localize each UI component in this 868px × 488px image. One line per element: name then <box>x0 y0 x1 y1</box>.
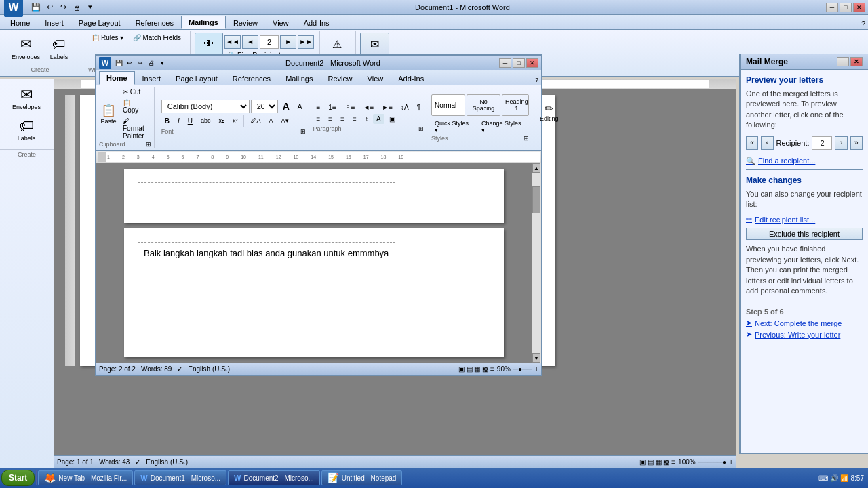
tab-page-layout[interactable]: Page Layout <box>71 16 128 29</box>
inner-win-controls[interactable]: ─ □ ✕ <box>499 58 538 68</box>
inner-tab-view[interactable]: View <box>360 71 391 85</box>
zoom-slider[interactable]: ─●── <box>513 365 532 373</box>
view-mode-btns[interactable]: ▣ ▤ ▦ ▩ ≡ <box>458 365 494 373</box>
align-left-btn[interactable]: ≡ <box>313 114 324 124</box>
shrink-font-btn[interactable]: A <box>294 102 306 112</box>
change-styles-btn[interactable]: Change Styles ▾ <box>478 119 529 135</box>
inner-doc-scroll[interactable]: Baik langkah langkah tadi bias anda guna… <box>96 163 532 363</box>
inner-redo-btn[interactable]: ↪ <box>136 58 145 68</box>
tab-mailings[interactable]: Mailings <box>181 16 226 29</box>
bold-btn[interactable]: B <box>161 116 173 126</box>
print-preview-btn[interactable]: 🖨 <box>71 1 83 14</box>
style-normal-btn[interactable]: Normal <box>431 94 465 116</box>
bullets-btn[interactable]: ≡ <box>313 102 324 113</box>
doc-page-2[interactable]: Baik langkah langkah tadi bias anda guna… <box>124 228 504 357</box>
tab-references[interactable]: References <box>128 16 181 29</box>
minimize-btn[interactable]: ─ <box>826 3 838 12</box>
align-right-btn[interactable]: ≡ <box>337 114 348 124</box>
inner-tab-addins[interactable]: Add-Ins <box>391 71 431 85</box>
inner-scrollbar-v[interactable]: ▲ ▼ <box>532 163 541 363</box>
first-btn[interactable]: « <box>746 136 758 150</box>
labels-side-btn[interactable]: 🏷 Labels <box>3 115 50 144</box>
style-h1-btn[interactable]: Heading 1 <box>502 94 529 116</box>
superscript-btn[interactable]: x² <box>229 116 241 125</box>
italic-btn[interactable]: I <box>174 116 183 126</box>
tab-home[interactable]: Home <box>3 16 37 29</box>
panel-minimize-btn[interactable]: ─ <box>837 57 849 66</box>
sort-btn[interactable]: ↕A <box>397 102 412 113</box>
inner-tab-mailings[interactable]: Mailings <box>278 71 320 85</box>
inner-save-btn[interactable]: 💾 <box>114 58 123 68</box>
zoom-slider-doc1[interactable]: ─────● <box>698 458 726 466</box>
zoom-in-doc1[interactable]: + <box>729 458 733 466</box>
inner-print-btn[interactable]: 🖨 <box>146 58 156 68</box>
ribbon-help[interactable]: ? <box>859 18 868 29</box>
record-number-input[interactable] <box>260 35 279 49</box>
inner-dropdown-btn[interactable]: ▾ <box>157 58 167 68</box>
taskbar-doc2[interactable]: W Document2 - Microso... <box>228 470 320 485</box>
text-box-1[interactable] <box>138 182 395 216</box>
align-center-btn[interactable]: ≡ <box>325 114 336 124</box>
recipient-number[interactable] <box>812 136 832 150</box>
decrease-indent-btn[interactable]: ◄≡ <box>360 102 378 113</box>
scroll-thumb[interactable] <box>532 186 540 214</box>
first-record-btn[interactable]: ◄◄ <box>224 35 241 49</box>
inner-undo-btn[interactable]: ↩ <box>125 58 134 68</box>
find-recipient-link[interactable]: 🔍 Find a recipient... <box>746 157 863 165</box>
labels-btn[interactable]: 🏷 Labels <box>46 33 72 62</box>
inner-ribbon-help[interactable]: ? <box>532 75 541 85</box>
cut-btn[interactable]: ✂ Cut <box>119 87 151 97</box>
inner-tab-review[interactable]: Review <box>320 71 359 85</box>
font-name-select[interactable]: Calibri (Body) <box>161 100 250 113</box>
exclude-recipient-btn[interactable]: Exclude this recipient <box>746 228 863 240</box>
copy-btn[interactable]: 📋 Copy <box>119 98 151 115</box>
doc-page-1[interactable] <box>124 169 504 223</box>
font-expand[interactable]: ⊞ <box>300 128 306 135</box>
quick-styles-btn[interactable]: Quick Styles ▾ <box>431 119 477 135</box>
increase-indent-btn[interactable]: ►≡ <box>378 102 396 113</box>
dropdown-btn[interactable]: ▾ <box>84 1 96 14</box>
tab-view[interactable]: View <box>265 16 296 29</box>
close-btn[interactable]: ✕ <box>853 3 865 12</box>
paragraph-expand[interactable]: ⊞ <box>418 125 424 132</box>
last-btn[interactable]: » <box>850 136 863 150</box>
strikethrough-btn[interactable]: abc <box>197 116 214 125</box>
clipboard-expand[interactable]: ⊞ <box>146 141 151 148</box>
prev-record-btn[interactable]: ◄ <box>242 35 258 49</box>
justify-btn[interactable]: ≡ <box>349 114 360 124</box>
taskbar-doc1[interactable]: W Document1 - Microso... <box>134 470 226 485</box>
multilevel-btn[interactable]: ⋮≡ <box>341 102 359 113</box>
borders-btn[interactable]: ▣ <box>386 114 399 124</box>
rules-btn[interactable]: 📋 Rules ▾ <box>88 33 127 43</box>
taskbar-notepad[interactable]: 📝 Untitled - Notepad <box>321 470 403 485</box>
highlight-btn[interactable]: 🖊A <box>247 116 264 125</box>
envelopes-btn[interactable]: ✉ Envelopes <box>8 33 43 62</box>
prev-step-link[interactable]: ➤ Previous: Write your letter <box>746 330 863 339</box>
editing-btn[interactable]: ✏ Editing <box>536 100 562 134</box>
scroll-down-btn[interactable]: ▼ <box>532 353 540 363</box>
font-color-btn[interactable]: A <box>265 116 276 125</box>
zoom-in-btn[interactable]: + <box>534 365 538 373</box>
match-fields-btn[interactable]: 🔗 Match Fields <box>130 33 184 43</box>
inner-tab-insert[interactable]: Insert <box>135 71 169 85</box>
paste-btn[interactable]: 📋 Paste <box>99 101 118 127</box>
tab-review[interactable]: Review <box>226 16 265 29</box>
edit-recipient-link[interactable]: ✏ Edit recipient list... <box>746 215 863 224</box>
prev-btn[interactable]: ‹ <box>761 136 773 150</box>
inner-tab-references[interactable]: References <box>225 71 278 85</box>
text-box-2[interactable]: Baik langkah langkah tadi bias anda guna… <box>138 242 395 296</box>
panel-close-btn[interactable]: ✕ <box>850 57 863 66</box>
styles-expand[interactable]: ⊞ <box>524 135 529 142</box>
taskbar-firefox[interactable]: 🦊 New Tab - Mozilla Fir... <box>38 470 133 485</box>
scroll-up-btn[interactable]: ▲ <box>532 163 540 173</box>
tab-addins[interactable]: Add-Ins <box>296 16 337 29</box>
format-painter-btn[interactable]: 🖌 Format Painter <box>119 116 151 141</box>
outer-win-controls[interactable]: ─ □ ✕ <box>826 3 865 12</box>
style-no-spacing-btn[interactable]: No Spacing <box>467 94 500 116</box>
inner-maximize-btn[interactable]: □ <box>513 58 525 68</box>
clear-format-btn[interactable]: A▾ <box>278 116 292 125</box>
line-spacing-btn[interactable]: ↕ <box>361 114 372 124</box>
next-nav-btn[interactable]: › <box>835 136 847 150</box>
last-record-btn[interactable]: ►► <box>298 35 314 49</box>
font-size-select[interactable]: 20 <box>251 100 278 113</box>
